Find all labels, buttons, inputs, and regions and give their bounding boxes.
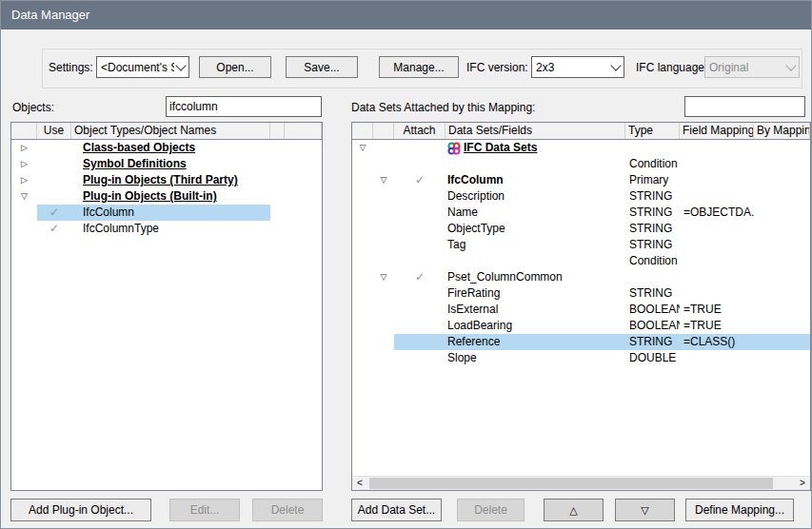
edit-button[interactable]: Edit... [169,499,240,521]
table-row[interactable]: Condition [352,253,810,269]
expander-icon [352,302,373,318]
attach-check-icon [394,318,446,334]
expander-icon [352,156,373,172]
table-row[interactable]: LoadBearingBOOLEAN=TRUE [352,318,810,334]
ifc-language-label: IFC language: [636,61,707,74]
move-down-button[interactable]: ▽ [615,499,675,521]
move-up-button[interactable]: △ [544,499,604,521]
attach-check-icon [394,140,446,156]
expander-icon[interactable]: ▷ [11,140,37,156]
window-titlebar[interactable]: Data Manager [1,1,811,29]
h-scrollbar[interactable]: < > [352,476,810,490]
spacer-cell [285,156,322,172]
settings-combobox[interactable]: <Document's Setting [96,56,189,78]
table-row[interactable]: TagSTRING [352,237,810,253]
dataset-field-label: IfcColumn [447,172,504,188]
use-check-icon[interactable]: ✓ [37,205,71,221]
define-mapping-button[interactable]: Define Mapping... [685,499,794,521]
field-mapping-cell [680,188,754,205]
table-row[interactable]: DescriptionSTRING [352,188,810,205]
ifc-version-combobox[interactable]: 2x3 [531,56,624,78]
save-button[interactable]: Save... [286,56,358,78]
column-header[interactable]: Attach [394,123,446,139]
dataset-field-label: Tag [447,237,465,253]
table-row[interactable]: ▽IFC Data Sets [352,140,810,156]
column-header[interactable] [270,123,285,139]
column-header[interactable] [352,123,373,139]
table-row[interactable]: ▽✓Pset_ColumnCommon [352,269,810,285]
use-check-icon [37,188,71,205]
type-cell: STRING [625,237,680,253]
datasets-filter-input[interactable] [684,96,805,117]
field-mapping-cell: =TRUE [680,318,754,334]
expander-icon[interactable]: ▷ [11,156,37,172]
table-row[interactable]: ▽✓IfcColumnPrimary [352,172,810,188]
table-row[interactable]: ▽Plug-in Objects (Built-in) [11,188,322,205]
column-header[interactable] [285,123,322,139]
table-row[interactable]: ▷Plug-in Objects (Third Party) [11,172,322,188]
table-row[interactable]: ObjectTypeSTRING [352,221,810,237]
expander-icon [373,188,394,205]
column-header[interactable]: Type [625,123,680,139]
column-header[interactable]: Use [37,123,71,139]
type-cell: Primary [625,172,680,188]
type-cell: Condition [625,253,680,269]
use-check-icon [37,172,71,188]
attach-check-icon [394,253,446,269]
delete-object-button[interactable]: Delete [252,499,323,521]
attach-check-icon [394,350,446,366]
table-row[interactable]: Condition [352,156,810,172]
use-check-icon[interactable]: ✓ [37,221,71,237]
table-row[interactable]: FireRatingSTRING [352,285,810,302]
attach-check-icon[interactable]: ✓ [394,172,446,188]
type-cell: BOOLEAN [625,318,680,334]
open-button[interactable]: Open... [199,56,271,78]
scroll-left-button[interactable]: < [352,477,367,490]
scrollbar-thumb[interactable] [369,478,773,489]
table-row[interactable]: ✓IfcColumnType [11,221,322,237]
scroll-right-button[interactable]: > [795,477,810,490]
expander-icon [352,237,373,253]
add-plugin-object-button[interactable]: Add Plug-in Object... [10,499,151,521]
ifc-data-sets-icon [447,142,461,155]
manage-button[interactable]: Manage... [379,56,459,78]
column-header[interactable]: Data Sets/Fields [446,123,625,139]
table-row[interactable]: NameSTRING=OBJECTDA... [352,205,810,221]
attach-check-icon [394,237,446,253]
expander-icon[interactable]: ▽ [11,188,37,205]
column-header[interactable]: Field Mapping [680,123,754,139]
by-mapping-cell [754,237,810,253]
column-header[interactable]: By Mapping [754,123,810,139]
objects-filter-input[interactable] [166,96,322,117]
add-data-set-button[interactable]: Add Data Set... [351,499,442,521]
dataset-field-label: LoadBearing [447,318,512,334]
table-row[interactable]: ReferenceSTRING=CLASS() [352,334,810,350]
expander-icon [373,350,394,366]
table-row[interactable]: ▷Class-based Objects [11,140,322,156]
object-name: IfcColumnType [71,221,270,237]
by-mapping-cell [754,205,810,221]
delete-data-set-button[interactable]: Delete [457,499,525,521]
type-cell: STRING [625,205,680,221]
column-header[interactable]: Object Types/Object Names [71,123,270,139]
expander-icon[interactable]: ▽ [373,269,394,285]
table-row[interactable]: ✓IfcColumn [11,205,322,221]
table-row[interactable]: IsExternalBOOLEAN=TRUE [352,302,810,318]
settings-label: Settings: [49,61,93,74]
type-cell [625,269,680,285]
objects-label: Objects: [12,101,54,114]
field-mapping-cell [680,253,754,269]
column-header[interactable] [11,123,37,139]
field-mapping-cell: =TRUE [680,302,754,318]
expander-icon[interactable]: ▽ [352,140,373,156]
attach-check-icon[interactable]: ✓ [394,269,446,285]
datasets-table-header: AttachData Sets/FieldsTypeField MappingB… [352,123,810,140]
table-row[interactable]: ▷Symbol Definitions [11,156,322,172]
scrollbar-track[interactable] [367,477,795,490]
expander-icon[interactable]: ▷ [11,172,37,188]
column-header[interactable] [373,123,394,139]
table-row[interactable]: SlopeDOUBLE [352,350,810,366]
expander-icon[interactable]: ▽ [373,172,394,188]
expander-icon [352,350,373,366]
by-mapping-cell [754,269,810,285]
